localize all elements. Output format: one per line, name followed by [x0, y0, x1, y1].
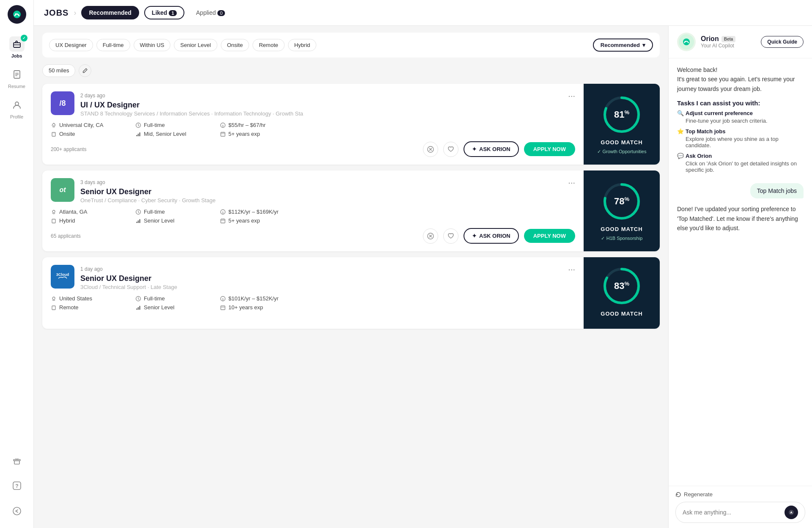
regenerate-button[interactable]: Regenerate [675, 491, 805, 498]
svg-rect-41 [221, 219, 225, 223]
filter-ux-designer[interactable]: UX Designer [49, 39, 93, 51]
location-icon [51, 122, 57, 128]
nav-recommended[interactable]: Recommended [81, 6, 139, 19]
nav-liked[interactable]: Liked1 [144, 6, 184, 19]
job-2-more-btn[interactable]: ··· [568, 178, 575, 187]
company-logo-3: 3Cloud [51, 265, 74, 289]
svg-rect-60 [221, 306, 225, 310]
svg-point-52 [52, 297, 55, 300]
orion-chat-input[interactable] [683, 509, 781, 516]
job-3-company: 3Cloud / Technical Support · Late Stage [80, 284, 575, 290]
salary-icon-2: $ [220, 209, 226, 215]
svg-point-65 [683, 38, 690, 45]
heart-icon-2 [447, 233, 454, 239]
sidebar-resume-label: Resume [8, 84, 25, 89]
svg-text:$: $ [222, 124, 224, 127]
svg-rect-56 [52, 306, 55, 310]
job-2-jobtype: Full-time [135, 209, 220, 215]
job-3-jobtype: Full-time [135, 295, 220, 302]
svg-rect-59 [139, 306, 140, 310]
svg-point-8 [15, 102, 19, 105]
sidebar-item-resume[interactable]: Resume [0, 63, 33, 93]
job-card-3-main: 3Cloud 1 day ago ··· Senior UX Designer [42, 257, 584, 329]
svg-rect-10 [14, 461, 19, 464]
job-1-jobtype: Full-time [135, 122, 220, 128]
job-1-dismiss-btn[interactable] [423, 142, 438, 157]
orion-response-text: Done! I've updated your sorting preferen… [677, 204, 804, 233]
calendar-icon [220, 131, 226, 137]
svg-rect-58 [138, 307, 139, 310]
sidebar-profile-label: Profile [10, 114, 23, 119]
filter-senior-level[interactable]: Senior Level [174, 39, 217, 51]
nav-applied[interactable]: Applied0 [189, 7, 232, 19]
edit-filters-button[interactable] [79, 64, 91, 77]
3cloud-logo-icon: 3Cloud [54, 268, 71, 285]
svg-text:$: $ [222, 297, 224, 300]
sidebar-bottom: ? [9, 448, 25, 523]
svg-rect-38 [136, 222, 137, 223]
filter-onsite[interactable]: Onsite [221, 39, 250, 51]
filter-hybrid[interactable]: Hybrid [288, 39, 317, 51]
job-1-ask-orion-btn[interactable]: ✦ ASK ORION [464, 141, 519, 157]
company-logo-1: /8 [51, 91, 74, 115]
job-2-location: Atlanta, GA [51, 209, 135, 215]
job-card-1-main: /8 2 days ago ··· UI / UX Designer STAND… [42, 84, 584, 165]
orion-task-2: ⭐ Top Match jobs Explore jobs where you … [677, 128, 804, 148]
quick-guide-button[interactable]: Quick Guide [761, 36, 804, 48]
job-1-time: 2 days ago [80, 93, 105, 99]
filter-remote[interactable]: Remote [252, 39, 285, 51]
sidebar-item-profile[interactable]: Profile [0, 93, 33, 124]
job-1-like-btn[interactable] [443, 142, 458, 157]
orion-subtitle: Your AI Copilot [701, 43, 756, 49]
sidebar-jobs-label: Jobs [11, 53, 22, 58]
job-2-match-panel: 78% GOOD MATCH ✓ H1B Sponsorship [584, 170, 660, 251]
job-card-1-header: /8 2 days ago ··· UI / UX Designer STAND… [51, 91, 575, 117]
job-1-company: STAND 8 Technology Services / Informatio… [80, 110, 575, 117]
dismiss-icon [427, 146, 434, 153]
remote-icon [51, 305, 57, 311]
job-card-1: /8 2 days ago ··· UI / UX Designer STAND… [42, 84, 660, 165]
main-content: JOBS › Recommended Liked1 Applied0 UX De… [34, 0, 812, 528]
job-2-ask-orion-btn[interactable]: ✦ ASK ORION [464, 228, 519, 244]
sidebar-item-help[interactable]: ? [9, 474, 25, 498]
jobs-badge: ✓ [21, 35, 27, 41]
profile-icon [12, 100, 22, 110]
page-title: JOBS [44, 8, 69, 18]
job-2-like-btn[interactable] [443, 228, 458, 244]
briefcase-icon [12, 39, 22, 49]
job-card-2: ot 3 days ago ··· Senior UX Designer One… [42, 170, 660, 251]
orion-bird-icon [679, 34, 694, 50]
orion-tasks-section: Tasks I can assist you with: 🔍 Adjust cu… [677, 99, 804, 177]
svg-rect-50 [54, 268, 71, 285]
job-2-dismiss-btn[interactable] [423, 228, 438, 244]
job-1-more-btn[interactable]: ··· [568, 91, 575, 100]
sidebar-item-gifts[interactable] [9, 448, 25, 472]
svg-rect-37 [52, 219, 55, 223]
filter-within-us[interactable]: Within US [134, 39, 171, 51]
orion-chat-bubble: Top Match jobs [750, 183, 804, 198]
level-icon [135, 131, 141, 137]
job-2-match-tag: ✓ H1B Sponsorship [601, 236, 643, 241]
filter-fulltime[interactable]: Full-time [96, 39, 130, 51]
job-2-apply-btn[interactable]: APPLY NOW [524, 229, 575, 243]
job-3-time: 1 day ago [80, 266, 103, 272]
job-2-match-circle: 78% [601, 181, 642, 222]
building-icon-2 [51, 218, 57, 224]
job-card-3-header: 3Cloud 1 day ago ··· Senior UX Designer [51, 265, 575, 290]
job-1-apply-btn[interactable]: APPLY NOW [524, 142, 575, 156]
job-3-more-btn[interactable]: ··· [568, 265, 575, 273]
svg-rect-18 [52, 132, 55, 136]
sidebar-item-jobs[interactable]: ✓ Jobs [0, 32, 33, 63]
jobs-panel: UX Designer Full-time Within US Senior L… [34, 26, 668, 528]
sidebar-item-back[interactable] [9, 499, 25, 523]
sort-button[interactable]: Recommended ▾ [593, 38, 653, 52]
left-sidebar: ✓ Jobs Resume Profile [0, 0, 34, 528]
filter-miles[interactable]: 50 miles [42, 64, 75, 77]
orion-footer: Regenerate [669, 486, 812, 528]
orion-send-button[interactable] [785, 506, 798, 519]
job-3-salary: $ $101K/yr – $152K/yr [220, 295, 575, 302]
orion-tasks-title: Tasks I can assist you with: [677, 99, 804, 107]
job-3-match-panel: 83% GOOD MATCH [584, 257, 660, 329]
orion-task-3: 💬 Ask Orion Click on 'Ask Orion' to get … [677, 153, 804, 173]
calendar-icon-2 [220, 218, 226, 224]
